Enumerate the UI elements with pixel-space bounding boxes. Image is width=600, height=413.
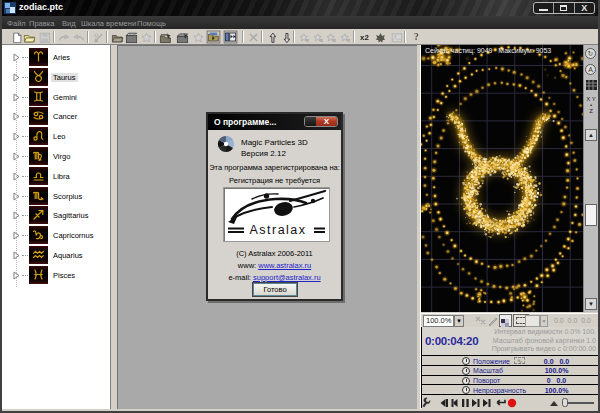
svg-text:Astralax: Astralax [249,223,306,237]
